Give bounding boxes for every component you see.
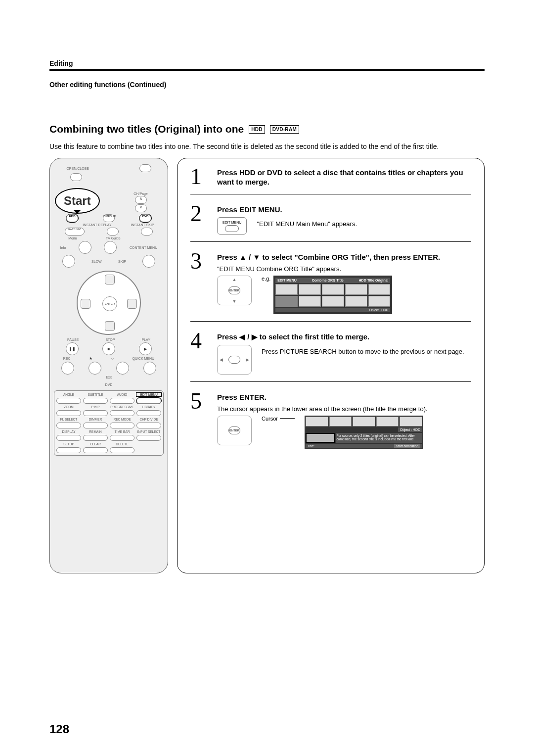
editmenu-label: EDIT MENU — [222, 221, 241, 224]
intro-paragraph: Use this feature to combine two titles i… — [49, 142, 485, 151]
step-divider — [190, 194, 471, 194]
up-icon: ▲ — [232, 277, 237, 282]
arrow-down-button[interactable] — [105, 321, 115, 331]
play-button[interactable]: ▶ — [139, 342, 152, 355]
kg-lbl: AUDIO — [110, 393, 134, 396]
clear-button[interactable] — [83, 447, 108, 453]
nav-mini-enter: ENTER — [217, 416, 252, 445]
open-close-button[interactable] — [70, 173, 82, 181]
label-info: Info — [60, 246, 66, 249]
label-quickmenu: QUICK MENU — [132, 357, 154, 360]
flselect-button[interactable] — [56, 423, 81, 428]
pause-button[interactable]: ❚❚ — [66, 342, 79, 355]
badge-hdd: HDD — [249, 125, 265, 134]
kg-lbl: PROGRESSIVE — [110, 405, 134, 409]
fav-button[interactable] — [89, 362, 101, 375]
kg-lbl: SUBTITLE — [83, 393, 108, 396]
osd-start-combining: Start combining — [394, 444, 420, 448]
step-number: 5 — [190, 391, 211, 449]
step-body: "EDIT MENU Combine ORG Title" appears. — [217, 265, 471, 273]
osd-thumb — [306, 417, 328, 426]
page-title: Combining two titles (Original) into one — [49, 123, 244, 135]
cursor-line-icon — [280, 418, 295, 419]
timeslip-button[interactable]: TIMESLIP — [103, 214, 115, 222]
osd-thumb — [368, 296, 391, 307]
step-number: 2 — [190, 203, 211, 235]
quick-menu-button[interactable] — [143, 362, 156, 375]
enter-button[interactable]: ENTER — [102, 296, 117, 311]
mark-button[interactable] — [116, 362, 129, 375]
header-divider — [49, 69, 485, 71]
step-2: 2 Press EDIT MENU. EDIT MENU "EDIT MENU … — [190, 203, 471, 235]
rec-button[interactable] — [61, 362, 74, 375]
label-dvd-group: DVD — [54, 383, 164, 386]
step-body: "EDIT MENU Main Menu" appears. — [257, 220, 357, 228]
timebar-button[interactable] — [110, 435, 134, 441]
remain-button[interactable] — [83, 435, 108, 441]
arrow-left-button[interactable] — [81, 299, 90, 309]
progressive-button[interactable] — [110, 410, 134, 416]
content-menu-button[interactable] — [142, 255, 155, 268]
inputsel-button[interactable] — [136, 435, 161, 441]
left-icon: ◀ — [220, 357, 223, 362]
power-button[interactable] — [139, 164, 151, 172]
easy-navi-button[interactable]: EASY NAVI — [65, 228, 85, 236]
remote-illustration: Start OPEN/CLOSE CH/Page ∧ ∨ HDD TIMESLI… — [49, 158, 168, 573]
ch-up-button[interactable]: ∧ — [135, 196, 147, 204]
label-chpage: CH/Page — [134, 192, 147, 195]
kg-lbl: INPUT SELECT — [136, 430, 161, 433]
osd-thumb — [275, 284, 298, 295]
tvguide-button[interactable] — [104, 241, 117, 254]
library-button[interactable] — [136, 410, 161, 416]
ch-down-button[interactable]: ∨ — [135, 204, 147, 212]
stop-button[interactable]: ■ — [102, 342, 115, 355]
nav-mini-lr: ◀ ▶ — [217, 345, 252, 375]
pinp-button[interactable] — [83, 410, 108, 416]
dvd-button[interactable]: DVD — [139, 214, 151, 222]
kg-lbl: ZOOM — [56, 405, 81, 409]
setup-button[interactable] — [56, 447, 81, 453]
step-1: 1 Press HDD or DVD to select a disc that… — [190, 166, 471, 187]
chpdiv-button[interactable] — [136, 423, 161, 428]
step-heading: Press HDD or DVD to select a disc that c… — [217, 166, 471, 187]
audio-button[interactable] — [110, 398, 134, 404]
osd-thumb — [322, 296, 344, 307]
d-pad: ENTER — [77, 271, 141, 335]
enter-mini: ENTER — [228, 286, 240, 294]
delete-button[interactable] — [110, 447, 134, 453]
button-icon — [225, 225, 239, 232]
step-number: 3 — [190, 251, 211, 314]
osd-original: Original — [375, 279, 388, 282]
osd-object-val: HDD — [381, 308, 388, 312]
subtitle-button[interactable] — [83, 398, 108, 404]
label-stop: STOP — [105, 338, 115, 341]
angle-button[interactable] — [56, 398, 81, 404]
osd-combine-title: EDIT MENU Combine ORG Title HDD Title Or… — [273, 276, 392, 314]
osd-menu-title: Combine ORG Title — [312, 279, 344, 282]
osd-thumb — [400, 417, 422, 426]
arrow-up-button[interactable] — [105, 275, 115, 284]
osd-hdd: HDD — [359, 279, 366, 282]
osd-title: Title — [367, 279, 374, 282]
arrow-right-button[interactable] — [127, 299, 137, 309]
display-button[interactable] — [56, 435, 81, 441]
instant-replay-button[interactable] — [107, 228, 119, 236]
dimmer-button[interactable] — [83, 423, 108, 428]
recmode-button[interactable] — [110, 423, 134, 428]
menu-button[interactable] — [79, 241, 91, 254]
instant-skip-button[interactable] — [141, 228, 153, 236]
info-button[interactable] — [62, 255, 75, 268]
zoom-button[interactable] — [56, 410, 81, 416]
label-pause: PAUSE — [67, 338, 79, 341]
step-divider — [190, 381, 471, 382]
osd-cursor-cell — [306, 433, 335, 443]
label-contentmenu: CONTENT MENU — [130, 246, 157, 249]
edit-menu-button[interactable] — [136, 398, 161, 404]
osd-thumb — [376, 417, 399, 426]
enter-mini: ENTER — [228, 426, 240, 434]
osd-thumb — [322, 284, 344, 295]
label-exit: Exit — [106, 376, 112, 379]
kg-lbl: REMAIN — [83, 430, 108, 433]
label-instantskip: INSTANT SKIP — [131, 223, 154, 227]
step-heading: Press ◀ / ▶ to select the first title to… — [217, 331, 471, 342]
